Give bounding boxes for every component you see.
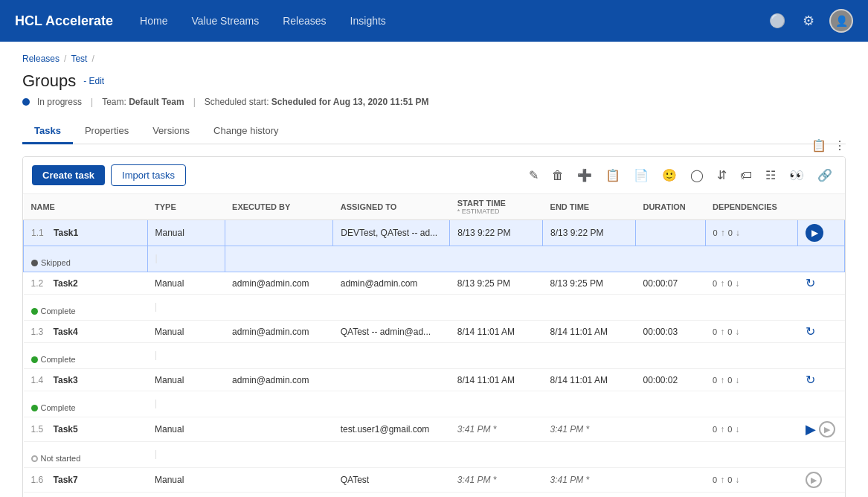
task-action[interactable]: ▶	[798, 220, 845, 246]
task-name-label: Task7	[54, 475, 78, 485]
table-row[interactable]: 1.6 Task7 Manual QATest 3:41 PM * 3:41 P…	[24, 468, 845, 493]
task-num-name: 1.1 Task1	[24, 220, 148, 246]
notes-icon[interactable]: 📋	[811, 138, 826, 153]
team-label: Team: Default Team	[102, 97, 184, 107]
task-executed-by: admin@admin.com	[225, 272, 333, 295]
link-icon[interactable]: 🔗	[814, 165, 836, 185]
nav-releases[interactable]: Releases	[278, 12, 330, 30]
row-number: 1.5	[31, 424, 44, 435]
play-button[interactable]: ▶	[806, 224, 823, 242]
tag-icon[interactable]: 🏷	[736, 166, 756, 185]
nav-home[interactable]: Home	[135, 12, 172, 30]
eye-off-icon[interactable]: 👀	[785, 165, 808, 185]
tab-properties[interactable]: Properties	[73, 119, 141, 144]
add-icon[interactable]: ➕	[573, 165, 596, 185]
circle-icon[interactable]: ◯	[687, 165, 707, 185]
trash-icon[interactable]: 🗑	[548, 166, 568, 185]
task-assigned-to: DEVTest, QATest -- ad...	[333, 220, 450, 246]
toolbar: Create task Import tasks ✎ 🗑 ➕ 📋 📄 🙂 ◯ ⇵…	[23, 157, 845, 194]
row-number: 1.6	[31, 475, 44, 485]
task-action[interactable]: ↻	[798, 272, 845, 295]
table-row[interactable]: 1.3 Task4 Manual admin@admin.com QATest …	[24, 321, 845, 343]
task-dependencies: 0↑ 0↓	[705, 272, 798, 295]
grid-icon[interactable]: ☷	[762, 165, 779, 185]
play-circle-button[interactable]: ▶ ▶	[806, 421, 838, 437]
table-row-status: Not started |	[24, 442, 845, 468]
task-type: Manual	[147, 272, 225, 295]
task-assigned-to: QATest -- admin@ad...	[333, 321, 450, 343]
task-assigned-to: test.user1@gmail.com	[333, 417, 450, 442]
tab-tasks[interactable]: Tasks	[22, 119, 73, 144]
tab-versions[interactable]: Versions	[141, 119, 202, 144]
clipboard-icon[interactable]: 📄	[630, 165, 652, 185]
task-end-time: 8/13 9:22 PM	[543, 220, 636, 246]
task-num-name: 1.6 Task7	[24, 468, 148, 493]
task-name-label: Task2	[54, 278, 78, 289]
task-status-label: Complete	[31, 403, 141, 412]
task-action[interactable]: ▶ ▶	[798, 417, 845, 442]
globe-icon[interactable]: ⚪	[767, 10, 788, 31]
task-end-time: 3:41 PM *	[543, 468, 636, 493]
status-row: In progress | Team: Default Team | Sched…	[22, 97, 846, 107]
task-duration	[635, 417, 705, 442]
dep-down-arrow: ↓	[735, 375, 739, 385]
copy-icon[interactable]: 📋	[602, 165, 624, 185]
task-duration: 00:00:02	[635, 369, 705, 391]
task-duration: 00:00:03	[635, 321, 705, 343]
task-assigned-to: QATest	[333, 468, 450, 493]
sort-icon[interactable]: ⇵	[713, 165, 730, 185]
col-executed-header: EXECUTED BY	[225, 194, 333, 220]
user-avatar[interactable]: 👤	[829, 9, 853, 33]
import-tasks-button[interactable]: Import tasks	[111, 164, 186, 186]
task-end-time: 8/14 11:01 AM	[543, 369, 636, 391]
status-dot	[22, 98, 30, 106]
table-row-status: Skipped |	[24, 246, 845, 272]
task-action[interactable]: ▶	[798, 468, 845, 493]
task-type: Manual	[147, 417, 225, 442]
breadcrumb-releases[interactable]: Releases	[22, 54, 60, 64]
task-type: Manual	[147, 369, 225, 391]
task-action[interactable]: ↻	[798, 369, 845, 391]
task-action[interactable]: ↻	[798, 321, 845, 343]
create-task-button[interactable]: Create task	[32, 165, 105, 185]
table-header: NAME TYPE EXECUTED BY ASSIGNED TO START …	[24, 194, 845, 220]
table-row[interactable]: 1.2 Task2 Manual admin@admin.com admin@a…	[24, 272, 845, 295]
emoji-icon[interactable]: 🙂	[658, 165, 681, 185]
status-cell: Skipped	[24, 246, 148, 272]
tab-change-history[interactable]: Change history	[202, 119, 290, 144]
nav-value-streams[interactable]: Value Streams	[187, 12, 263, 30]
table-row[interactable]: 1.5 Task5 Manual test.user1@gmail.com 3:…	[24, 417, 845, 442]
refresh-button[interactable]: ↻	[806, 325, 815, 338]
circle-play-button[interactable]: ▶	[806, 472, 822, 488]
col-action-header	[798, 194, 845, 220]
dep-down-arrow: ↓	[735, 475, 739, 485]
edit-pencil-icon[interactable]: ✎	[525, 165, 542, 185]
task-start-time: 8/13 9:25 PM	[450, 272, 543, 295]
type-sep: |	[147, 295, 225, 321]
top-navigation: HCL Accelerate Home Value Streams Releas…	[0, 0, 868, 42]
breadcrumb-test[interactable]: Test	[71, 54, 87, 64]
edit-link[interactable]: - Edit	[83, 76, 104, 86]
more-options-icon[interactable]: ⋮	[834, 138, 846, 153]
status-indicator	[31, 455, 38, 462]
settings-icon[interactable]: ⚙	[798, 10, 819, 31]
task-executed-by: admin@admin.com	[225, 321, 333, 343]
nav-links: Home Value Streams Releases Insights	[135, 12, 767, 30]
row-number: 1.3	[31, 327, 44, 337]
dep-down-arrow: ↓	[735, 278, 739, 289]
col-deps-header: DEPENDENCIES	[705, 194, 798, 220]
type-sep: |	[147, 391, 225, 417]
table-row[interactable]: 1.1 Task1 Manual DEVTest, QATest -- ad..…	[24, 220, 845, 246]
status-cell: Complete	[24, 343, 148, 369]
nav-insights[interactable]: Insights	[346, 12, 390, 30]
task-start-time: 8/14 11:01 AM	[450, 321, 543, 343]
refresh-button[interactable]: ↻	[806, 373, 815, 386]
task-name-label: Task5	[54, 424, 78, 435]
refresh-button[interactable]: ↻	[806, 277, 815, 289]
table-row[interactable]: 1.4 Task3 Manual admin@admin.com 8/14 11…	[24, 369, 845, 391]
task-dependencies: 0↑ 0↓	[705, 468, 798, 493]
col-name-header: NAME	[24, 194, 148, 220]
breadcrumb-sep-2: /	[91, 54, 94, 64]
status-cell: Complete	[24, 391, 148, 417]
main-content: Releases / Test / Groups - Edit In progr…	[0, 42, 868, 497]
